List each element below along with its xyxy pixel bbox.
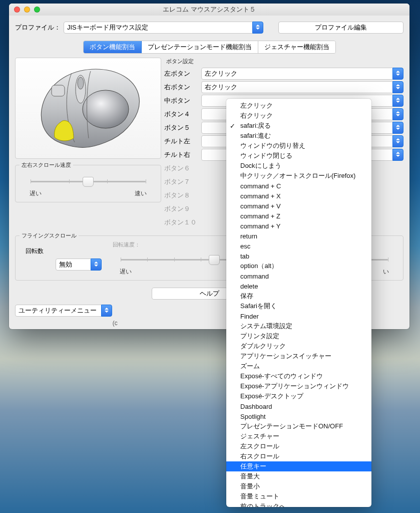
menu-item[interactable]: ジェスチャー [226,431,371,441]
button-row-label: 中ボタン [164,96,201,105]
menu-item[interactable]: command + Y [226,221,371,231]
menu-item[interactable]: command + C [226,181,371,191]
menu-item[interactable]: command + V [226,201,371,211]
double-arrow-icon [392,68,403,80]
button-row-label: チルト右 [164,150,201,159]
button-action-menu[interactable]: 左クリック右クリック✓safari:戻るsafari:進むウィンドウの切り替えウ… [226,99,371,507]
menu-item[interactable]: 右スクロール [226,451,371,461]
double-arrow-icon [101,305,112,317]
menu-item[interactable]: Finder [226,311,371,321]
button-row-label: ボタン９ [164,204,201,213]
menu-item[interactable]: safari:進む [226,131,371,141]
menu-item[interactable]: Spotlight [226,411,371,421]
button-row-label: チルト左 [164,137,201,146]
double-arrow-icon [392,149,403,161]
menu-item[interactable]: tab [226,251,371,261]
menu-item[interactable]: 右クリック [226,111,371,121]
profile-edit-button[interactable]: プロファイル編集 [278,22,403,34]
menu-item[interactable]: esc [226,241,371,251]
svg-point-2 [78,77,84,89]
window-title: エレコム マウスアシスタント５ [163,5,256,14]
zoom-window-button[interactable] [34,7,40,13]
double-arrow-icon [392,122,403,134]
button-row-label: 左ボタン [164,69,201,78]
button-row-label: 右ボタン [164,83,201,92]
button-row: 右ボタン右クリック [164,82,403,93]
menu-item[interactable]: ダブルクリック [226,341,371,351]
menu-item[interactable]: 任意キー [226,461,371,471]
menu-item[interactable]: return [226,231,371,241]
menu-item[interactable]: Dockにしまう [226,161,371,171]
menu-item[interactable]: 左スクロール [226,441,371,451]
menu-item[interactable]: ズーム [226,361,371,371]
minimize-window-button[interactable] [24,7,30,13]
button-row-label: ボタン１０ [164,218,201,227]
menu-item[interactable]: ウィンドウの切り替え [226,141,371,151]
menu-item[interactable]: command [226,271,371,281]
svg-point-0 [83,90,129,128]
menu-item[interactable]: Exposé-デスクトップ [226,391,371,401]
double-arrow-icon [392,95,403,107]
window-traffic-lights [14,7,40,13]
menu-item[interactable]: プリンタ設定 [226,331,371,341]
close-window-button[interactable] [14,7,20,13]
menu-item[interactable]: 保存 [226,291,371,301]
utility-menu-select[interactable]: ユーティリティーメニュー [15,305,112,317]
menu-item[interactable]: option（alt） [226,261,371,271]
button-row-label: ボタン８ [164,191,201,200]
tab-presentation[interactable]: プレゼンテーションモード機能割当 [142,41,258,53]
button-row-label: ボタン４ [164,110,201,119]
menu-item[interactable]: Dashboard [226,401,371,411]
button-row-label: ボタン７ [164,177,201,186]
button-row-label: ボタン５ [164,123,201,132]
menu-item[interactable]: Exposé-すべてのウィンドウ [226,371,371,381]
menu-item[interactable]: アプリケーションスイッチャー [226,351,371,361]
menu-item[interactable]: 音量小 [226,481,371,491]
svg-rect-3 [52,85,65,96]
menu-item[interactable]: 音量大 [226,471,371,481]
profile-label: プロファイル： [15,23,61,32]
double-arrow-icon [252,22,263,34]
menu-item[interactable]: ✓safari:戻る [226,121,371,131]
button-action-select[interactable]: 左クリック [201,68,403,80]
double-arrow-icon [392,135,403,147]
button-settings-title: ボタン設定 [166,58,403,65]
menu-item[interactable]: ウィンドウ閉じる [226,151,371,161]
menu-item[interactable]: command + X [226,191,371,201]
tab-button-assign[interactable]: ボタン機能割当 [84,41,142,53]
menu-item[interactable]: プレゼンテーションモードON/OFF [226,421,371,431]
menu-item[interactable]: Safariを開く [226,301,371,311]
menu-item[interactable]: delete [226,281,371,291]
menu-item[interactable]: 中クリック／オートスクロール(Firefox) [226,171,371,181]
menu-item[interactable]: Exposé-アプリケーションウィンドウ [226,381,371,391]
mouse-preview-image [15,58,161,159]
profile-select-value: JISキーボード用マウス設定 [67,23,148,32]
menu-item[interactable]: command + Z [226,211,371,221]
check-icon: ✓ [230,122,235,130]
left-column: 左右スクロール速度 遅い 速い [15,58,161,230]
double-arrow-icon [91,259,102,271]
tab-gesture[interactable]: ジェスチャー機能割当 [258,41,335,53]
double-arrow-icon [392,108,403,120]
button-row-label: ボタン６ [164,164,201,173]
scroll-speed-group: 左右スクロール速度 遅い 速い [15,165,161,202]
rotations-select[interactable]: 無効 [56,259,102,271]
window-titlebar: エレコム マウスアシスタント５ [9,4,409,16]
profile-select[interactable]: JISキーボード用マウス設定 [64,22,263,34]
menu-item[interactable]: 前のトラックへ [226,501,371,507]
scroll-speed-slider[interactable] [31,176,146,186]
menu-item[interactable]: 左クリック [226,101,371,111]
menu-item[interactable]: システム環境設定 [226,321,371,331]
scroll-speed-title: 左右スクロール速度 [20,161,73,169]
menu-item[interactable]: 音量ミュート [226,491,371,501]
button-row: 左ボタン左クリック [164,68,403,79]
button-action-select[interactable]: 右クリック [201,81,403,93]
double-arrow-icon [392,81,403,93]
tab-control: ボタン機能割当 プレゼンテーションモード機能割当 ジェスチャー機能割当 [83,41,336,54]
